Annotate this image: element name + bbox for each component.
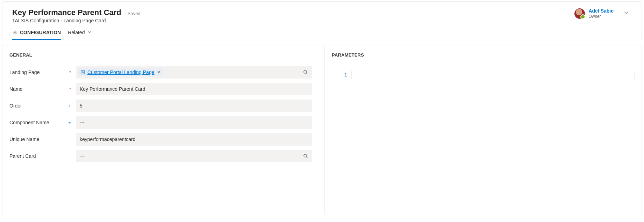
recommended-mark: + <box>67 104 71 108</box>
tabs: CONFIGURATION Related <box>2 25 642 40</box>
title-block: Key Performance Parent Card - Saved TALX… <box>12 8 141 23</box>
page-title: Key Performance Parent Card <box>12 8 121 17</box>
parameters-panel: PARAMETERS 1 <box>324 45 642 215</box>
component-name-input[interactable]: --- <box>76 116 312 129</box>
page-subtitle: TALXIS Configuration - Landing Page Card <box>12 18 141 23</box>
owner-role-label: Owner <box>588 14 614 19</box>
parent-card-lookup[interactable]: --- <box>76 150 312 162</box>
parameters-section-title: PARAMETERS <box>332 52 635 58</box>
name-value: Key Performance Parent Card <box>80 86 145 92</box>
landing-page-lookup[interactable]: Customer Portal Landing Page ✕ <box>76 66 312 79</box>
required-mark: * <box>67 70 71 75</box>
owner-avatar[interactable] <box>574 8 585 19</box>
close-icon[interactable]: ✕ <box>156 70 161 75</box>
unique-name-label: Unique Name <box>9 136 40 142</box>
svg-point-2 <box>82 72 84 73</box>
name-input[interactable]: Key Performance Parent Card <box>76 83 312 95</box>
line-number: 1 <box>332 71 347 79</box>
landing-page-tag: Customer Portal Landing Page ✕ <box>78 68 163 76</box>
parameters-editor[interactable]: 1 <box>332 71 635 79</box>
editor-content[interactable] <box>352 71 634 79</box>
recommended-mark: + <box>67 120 71 125</box>
component-name-label: Component Name <box>9 120 49 125</box>
general-section-title: GENERAL <box>9 52 312 58</box>
name-label: Name <box>9 86 22 92</box>
tab-configuration-label: CONFIGURATION <box>20 30 61 35</box>
parent-card-label: Parent Card <box>9 153 36 159</box>
search-icon[interactable] <box>303 69 308 75</box>
svg-point-3 <box>304 71 307 73</box>
order-label: Order <box>9 103 22 109</box>
order-input[interactable]: 5 <box>76 99 312 112</box>
svg-rect-1 <box>81 71 85 74</box>
parent-card-value: --- <box>80 153 85 159</box>
unique-name-value: keyperformaceparentcard <box>80 136 136 142</box>
gear-icon <box>12 30 18 35</box>
tab-related-label: Related <box>68 30 85 35</box>
landing-page-tag-text[interactable]: Customer Portal Landing Page <box>87 69 154 75</box>
order-value: 5 <box>80 103 83 109</box>
tab-configuration[interactable]: CONFIGURATION <box>12 30 61 40</box>
required-mark: * <box>67 87 71 91</box>
editor-gutter: 1 <box>332 71 352 79</box>
owner-chevron-down-icon[interactable] <box>623 10 629 17</box>
landing-page-label: Landing Page <box>9 69 40 75</box>
saved-indicator: - Saved <box>125 11 141 16</box>
svg-point-0 <box>14 32 16 33</box>
component-name-value: --- <box>80 120 85 125</box>
owner-name[interactable]: Adel Sabic <box>588 8 614 14</box>
general-panel: GENERAL Landing Page * Customer Portal L… <box>2 45 318 215</box>
chevron-down-icon <box>87 30 92 35</box>
svg-point-5 <box>304 154 307 157</box>
search-icon[interactable] <box>303 153 308 159</box>
entity-icon <box>80 70 85 75</box>
header-card: Key Performance Parent Card - Saved TALX… <box>2 1 642 40</box>
svg-line-4 <box>306 73 307 74</box>
owner-block[interactable]: Adel Sabic Owner <box>574 8 632 19</box>
svg-line-6 <box>306 157 307 158</box>
unique-name-input[interactable]: keyperformaceparentcard <box>76 133 312 146</box>
tab-related[interactable]: Related <box>68 30 92 40</box>
